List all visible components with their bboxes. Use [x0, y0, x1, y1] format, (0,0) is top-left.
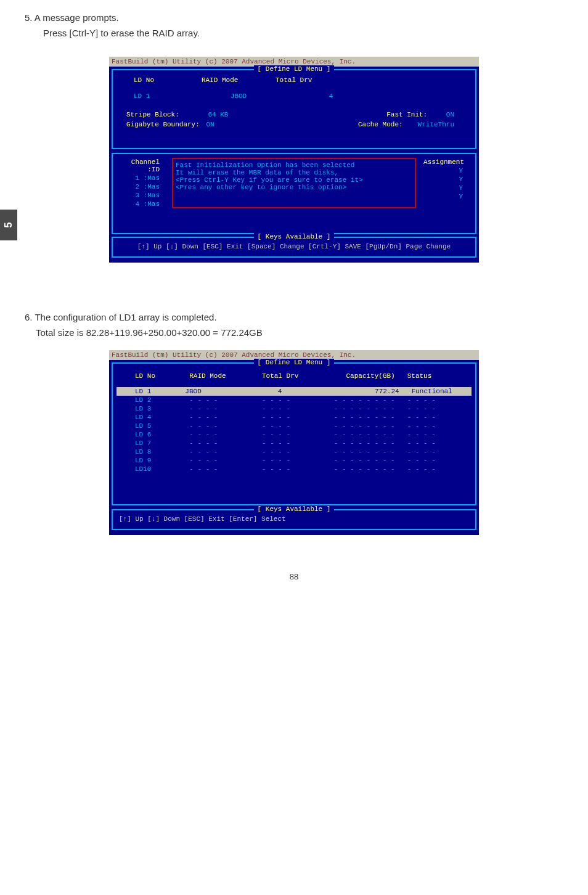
cell-total-drv: 4	[252, 388, 332, 395]
cell-dash: - - - -	[189, 422, 262, 430]
channel-id-header: Channel :ID	[119, 158, 165, 173]
cell-ldno: LD10	[126, 465, 189, 473]
cell-dash: - - - -	[407, 457, 462, 464]
keys-available-label: [ Keys Available ]	[115, 505, 473, 513]
chapter-tab: 5	[0, 210, 17, 240]
cell-dash: - - - -	[189, 405, 262, 412]
fast-init-label: Fast Init:	[386, 111, 442, 118]
cell-status: Functional	[412, 388, 462, 395]
assignment-header: Assignment	[423, 158, 470, 166]
message-line: <Press Ctrl-Y Key if you are sure to era…	[176, 176, 412, 184]
cell-dash: - - - - - - - -	[322, 439, 407, 447]
ld-raid-mode: JBOD	[202, 92, 300, 100]
col-total-drv: Total Drv	[262, 372, 322, 380]
cell-dash: - - - -	[262, 439, 322, 447]
cell-dash: - - - -	[407, 414, 462, 421]
gigabyte-boundary-value: ON	[203, 121, 214, 128]
assignment-value: Y	[423, 167, 469, 174]
channel-row: 1 :Mas	[119, 174, 165, 182]
cell-dash: - - - -	[189, 396, 262, 404]
col-status: Status	[407, 372, 462, 380]
cell-dash: - - - -	[407, 439, 462, 447]
chapter-number: 5	[3, 223, 14, 228]
cell-dash: - - - -	[407, 405, 462, 412]
cell-ldno: LD 2	[126, 396, 189, 404]
ld-row: LD 7- - - -- - - -- - - - - - - -- - - -	[116, 439, 472, 448]
cell-dash: - - - -	[262, 448, 322, 456]
ld-row: LD 4- - - -- - - -- - - - - - - -- - - -	[116, 413, 472, 422]
bios-screen-1: FastBuild (tm) Utility (c) 2007 Advanced…	[109, 57, 479, 263]
gigabyte-boundary-label: Gigabyte Boundary:	[126, 121, 200, 128]
channel-row: 4 :Mas	[119, 200, 165, 208]
ld-total-drv: 4	[300, 92, 393, 100]
message-line: <Pres any other key to ignore this optio…	[176, 184, 412, 191]
header-ldno: LD No	[121, 76, 202, 84]
panel-title: [ Define LD Menu ]	[116, 359, 472, 366]
cell-dash: - - - -	[189, 448, 262, 456]
cell-dash: - - - - - - - -	[322, 431, 407, 438]
ld-row: LD10- - - -- - - -- - - - - - - -- - - -	[116, 465, 472, 473]
stripe-block-label: Stripe Block:	[126, 111, 179, 118]
cell-dash: - - - -	[189, 465, 262, 473]
cell-dash: - - - -	[189, 431, 262, 438]
step5-subtext: Press [Ctrl-Y] to erase the RAID array.	[43, 28, 563, 38]
message-line: It will erase the MBR data of the disks,	[176, 169, 412, 176]
assignment-value: Y	[423, 193, 469, 200]
cell-dash: - - - - - - - -	[322, 422, 407, 430]
ld-row: LD 3- - - -- - - -- - - - - - - -- - - -	[116, 404, 472, 413]
cell-ldno: LD 1	[126, 388, 185, 395]
assignment-value: Y	[423, 184, 469, 192]
cell-capacity: 772.24	[332, 388, 411, 395]
ld-number: LD 1	[121, 92, 202, 100]
assignment-value: Y	[423, 176, 469, 183]
cell-ldno: LD 9	[126, 457, 189, 464]
key-hints: [↑] Up [↓] Down [ESC] Exit [Enter] Selec…	[115, 513, 473, 525]
page-number: 88	[25, 572, 563, 581]
keys-available-label: [ Keys Available ]	[115, 233, 473, 240]
cell-dash: - - - -	[262, 465, 322, 473]
cache-mode-value: WriteThru	[418, 121, 454, 128]
channel-row: 3 :Mas	[119, 192, 165, 199]
cell-dash: - - - -	[407, 422, 462, 430]
cell-ldno: LD 7	[126, 439, 189, 447]
ld-row: LD 2- - - -- - - -- - - - - - - -- - - -	[116, 396, 472, 404]
cell-dash: - - - - - - - -	[322, 405, 407, 412]
fast-init-value: ON	[446, 111, 454, 118]
ld-row: LD 8- - - -- - - -- - - - - - - -- - - -	[116, 448, 472, 456]
cell-raid-mode: JBOD	[185, 388, 251, 395]
panel-title: [ Define LD Menu ]	[116, 65, 472, 73]
cell-ldno: LD 8	[126, 448, 189, 456]
cell-dash: - - - - - - - -	[322, 465, 407, 473]
cell-dash: - - - -	[189, 439, 262, 447]
bios-screen-2: FastBuild (tm) Utility (c) 2007 Advanced…	[109, 350, 479, 535]
cell-dash: - - - -	[407, 448, 462, 456]
cell-ldno: LD 4	[126, 414, 189, 421]
cell-dash: - - - -	[262, 422, 322, 430]
ld-row: LD 5- - - -- - - -- - - - - - - -- - - -	[116, 422, 472, 430]
cell-dash: - - - -	[189, 414, 262, 421]
ld-row: LD 6- - - -- - - -- - - - - - - -- - - -	[116, 430, 472, 439]
message-line: Fast Initialization Option has been sele…	[176, 161, 412, 169]
header-raid-mode: RAID Mode	[202, 76, 276, 84]
cell-ldno: LD 6	[126, 431, 189, 438]
step6-subtext: Total size is 82.28+119.96+250.00+320.00…	[36, 327, 563, 338]
cell-dash: - - - - - - - -	[322, 396, 407, 404]
step5-heading: 5. A message prompts.	[25, 12, 563, 23]
header-total-drv: Total Drv	[276, 76, 337, 84]
cell-dash: - - - -	[407, 396, 462, 404]
cell-dash: - - - -	[262, 396, 322, 404]
channel-row: 2 :Mas	[119, 183, 165, 190]
cache-mode-label: Cache Mode:	[358, 121, 414, 128]
cell-dash: - - - - - - - -	[322, 448, 407, 456]
cell-dash: - - - -	[407, 465, 462, 473]
col-capacity: Capacity(GB)	[322, 372, 407, 380]
col-ldno: LD No	[126, 372, 189, 380]
cell-dash: - - - - - - - -	[322, 414, 407, 421]
cell-dash: - - - -	[262, 431, 322, 438]
ld-row: LD 9- - - -- - - -- - - - - - - -- - - -	[116, 456, 472, 465]
cell-dash: - - - -	[407, 431, 462, 438]
col-raid-mode: RAID Mode	[189, 372, 262, 380]
warning-message-box: Fast Initialization Option has been sele…	[172, 158, 416, 208]
cell-ldno: LD 3	[126, 405, 189, 412]
cell-dash: - - - -	[262, 414, 322, 421]
